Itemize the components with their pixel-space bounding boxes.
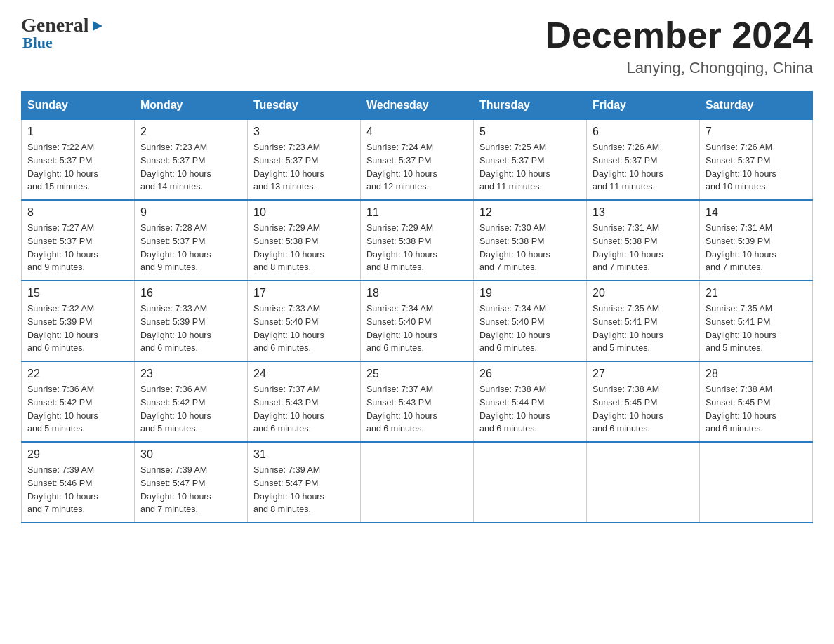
header-monday: Monday xyxy=(135,92,248,120)
table-row xyxy=(700,442,813,523)
day-number: 19 xyxy=(479,287,581,300)
day-info: Sunrise: 7:37 AM Sunset: 5:43 PM Dayligh… xyxy=(253,383,355,436)
day-info: Sunrise: 7:38 AM Sunset: 5:45 PM Dayligh… xyxy=(706,383,807,436)
day-info: Sunrise: 7:30 AM Sunset: 5:38 PM Dayligh… xyxy=(479,222,581,274)
logo-blue-text: Blue xyxy=(22,34,53,52)
table-row xyxy=(361,442,474,523)
day-number: 9 xyxy=(140,206,241,219)
day-number: 24 xyxy=(253,368,355,380)
day-info: Sunrise: 7:36 AM Sunset: 5:42 PM Dayligh… xyxy=(140,383,241,436)
calendar-table: Sunday Monday Tuesday Wednesday Thursday… xyxy=(21,91,813,523)
table-row xyxy=(587,442,700,523)
day-info: Sunrise: 7:34 AM Sunset: 5:40 PM Dayligh… xyxy=(366,302,468,355)
day-info: Sunrise: 7:22 AM Sunset: 5:37 PM Dayligh… xyxy=(27,141,128,194)
day-info: Sunrise: 7:39 AM Sunset: 5:47 PM Dayligh… xyxy=(140,464,241,516)
day-number: 21 xyxy=(706,287,807,300)
svg-marker-0 xyxy=(93,21,102,31)
day-info: Sunrise: 7:39 AM Sunset: 5:46 PM Dayligh… xyxy=(27,464,128,516)
table-row: 28 Sunrise: 7:38 AM Sunset: 5:45 PM Dayl… xyxy=(700,361,813,442)
day-number: 28 xyxy=(706,368,807,380)
calendar-week-row: 15 Sunrise: 7:32 AM Sunset: 5:39 PM Dayl… xyxy=(22,281,813,361)
header-wednesday: Wednesday xyxy=(361,92,474,120)
table-row: 29 Sunrise: 7:39 AM Sunset: 5:46 PM Dayl… xyxy=(22,442,135,523)
table-row: 11 Sunrise: 7:29 AM Sunset: 5:38 PM Dayl… xyxy=(361,200,474,281)
day-info: Sunrise: 7:33 AM Sunset: 5:40 PM Dayligh… xyxy=(253,302,355,355)
day-info: Sunrise: 7:29 AM Sunset: 5:38 PM Dayligh… xyxy=(366,222,468,274)
page-header: General Blue December 2024 Lanying, Chon… xyxy=(21,14,813,77)
day-info: Sunrise: 7:25 AM Sunset: 5:37 PM Dayligh… xyxy=(479,141,581,194)
calendar-week-row: 22 Sunrise: 7:36 AM Sunset: 5:42 PM Dayl… xyxy=(22,361,813,442)
day-number: 27 xyxy=(593,368,694,380)
table-row: 15 Sunrise: 7:32 AM Sunset: 5:39 PM Dayl… xyxy=(22,281,135,361)
day-number: 11 xyxy=(366,206,468,219)
day-number: 1 xyxy=(27,126,128,138)
table-row: 24 Sunrise: 7:37 AM Sunset: 5:43 PM Dayl… xyxy=(248,361,361,442)
header-sunday: Sunday xyxy=(22,92,135,120)
day-number: 29 xyxy=(27,448,128,461)
calendar-week-row: 8 Sunrise: 7:27 AM Sunset: 5:37 PM Dayli… xyxy=(22,200,813,281)
day-number: 10 xyxy=(253,206,355,219)
day-info: Sunrise: 7:38 AM Sunset: 5:44 PM Dayligh… xyxy=(479,383,581,436)
day-number: 5 xyxy=(479,126,581,138)
day-number: 8 xyxy=(27,206,128,219)
day-info: Sunrise: 7:28 AM Sunset: 5:37 PM Dayligh… xyxy=(140,222,241,274)
table-row: 8 Sunrise: 7:27 AM Sunset: 5:37 PM Dayli… xyxy=(22,200,135,281)
day-info: Sunrise: 7:35 AM Sunset: 5:41 PM Dayligh… xyxy=(706,302,807,355)
table-row: 16 Sunrise: 7:33 AM Sunset: 5:39 PM Dayl… xyxy=(135,281,248,361)
day-number: 15 xyxy=(27,287,128,300)
table-row: 4 Sunrise: 7:24 AM Sunset: 5:37 PM Dayli… xyxy=(361,119,474,200)
table-row: 18 Sunrise: 7:34 AM Sunset: 5:40 PM Dayl… xyxy=(361,281,474,361)
header-thursday: Thursday xyxy=(474,92,587,120)
day-info: Sunrise: 7:26 AM Sunset: 5:37 PM Dayligh… xyxy=(593,141,694,194)
logo-arrow-icon xyxy=(90,18,105,34)
day-info: Sunrise: 7:35 AM Sunset: 5:41 PM Dayligh… xyxy=(593,302,694,355)
table-row: 6 Sunrise: 7:26 AM Sunset: 5:37 PM Dayli… xyxy=(587,119,700,200)
weekday-header-row: Sunday Monday Tuesday Wednesday Thursday… xyxy=(22,92,813,120)
table-row: 12 Sunrise: 7:30 AM Sunset: 5:38 PM Dayl… xyxy=(474,200,587,281)
table-row: 9 Sunrise: 7:28 AM Sunset: 5:37 PM Dayli… xyxy=(135,200,248,281)
day-number: 16 xyxy=(140,287,241,300)
day-number: 26 xyxy=(479,368,581,380)
table-row: 21 Sunrise: 7:35 AM Sunset: 5:41 PM Dayl… xyxy=(700,281,813,361)
table-row: 20 Sunrise: 7:35 AM Sunset: 5:41 PM Dayl… xyxy=(587,281,700,361)
day-number: 22 xyxy=(27,368,128,380)
header-friday: Friday xyxy=(587,92,700,120)
day-number: 3 xyxy=(253,126,355,138)
day-info: Sunrise: 7:26 AM Sunset: 5:37 PM Dayligh… xyxy=(706,141,807,194)
title-section: December 2024 Lanying, Chongqing, China xyxy=(545,14,813,77)
table-row: 1 Sunrise: 7:22 AM Sunset: 5:37 PM Dayli… xyxy=(22,119,135,200)
day-info: Sunrise: 7:34 AM Sunset: 5:40 PM Dayligh… xyxy=(479,302,581,355)
day-info: Sunrise: 7:36 AM Sunset: 5:42 PM Dayligh… xyxy=(27,383,128,436)
day-info: Sunrise: 7:29 AM Sunset: 5:38 PM Dayligh… xyxy=(253,222,355,274)
day-number: 30 xyxy=(140,448,241,461)
day-number: 31 xyxy=(253,448,355,461)
header-tuesday: Tuesday xyxy=(248,92,361,120)
day-info: Sunrise: 7:27 AM Sunset: 5:37 PM Dayligh… xyxy=(27,222,128,274)
location-subtitle: Lanying, Chongqing, China xyxy=(545,59,813,77)
table-row: 2 Sunrise: 7:23 AM Sunset: 5:37 PM Dayli… xyxy=(135,119,248,200)
table-row: 25 Sunrise: 7:37 AM Sunset: 5:43 PM Dayl… xyxy=(361,361,474,442)
day-info: Sunrise: 7:31 AM Sunset: 5:38 PM Dayligh… xyxy=(593,222,694,274)
table-row: 27 Sunrise: 7:38 AM Sunset: 5:45 PM Dayl… xyxy=(587,361,700,442)
table-row: 17 Sunrise: 7:33 AM Sunset: 5:40 PM Dayl… xyxy=(248,281,361,361)
table-row: 26 Sunrise: 7:38 AM Sunset: 5:44 PM Dayl… xyxy=(474,361,587,442)
day-number: 20 xyxy=(593,287,694,300)
day-info: Sunrise: 7:37 AM Sunset: 5:43 PM Dayligh… xyxy=(366,383,468,436)
day-number: 7 xyxy=(706,126,807,138)
day-number: 6 xyxy=(593,126,694,138)
table-row: 5 Sunrise: 7:25 AM Sunset: 5:37 PM Dayli… xyxy=(474,119,587,200)
table-row: 14 Sunrise: 7:31 AM Sunset: 5:39 PM Dayl… xyxy=(700,200,813,281)
table-row: 7 Sunrise: 7:26 AM Sunset: 5:37 PM Dayli… xyxy=(700,119,813,200)
day-number: 12 xyxy=(479,206,581,219)
day-number: 13 xyxy=(593,206,694,219)
day-number: 17 xyxy=(253,287,355,300)
day-number: 2 xyxy=(140,126,241,138)
table-row: 3 Sunrise: 7:23 AM Sunset: 5:37 PM Dayli… xyxy=(248,119,361,200)
table-row: 22 Sunrise: 7:36 AM Sunset: 5:42 PM Dayl… xyxy=(22,361,135,442)
day-info: Sunrise: 7:31 AM Sunset: 5:39 PM Dayligh… xyxy=(706,222,807,274)
table-row: 13 Sunrise: 7:31 AM Sunset: 5:38 PM Dayl… xyxy=(587,200,700,281)
day-info: Sunrise: 7:38 AM Sunset: 5:45 PM Dayligh… xyxy=(593,383,694,436)
day-number: 14 xyxy=(706,206,807,219)
table-row xyxy=(474,442,587,523)
day-number: 4 xyxy=(366,126,468,138)
